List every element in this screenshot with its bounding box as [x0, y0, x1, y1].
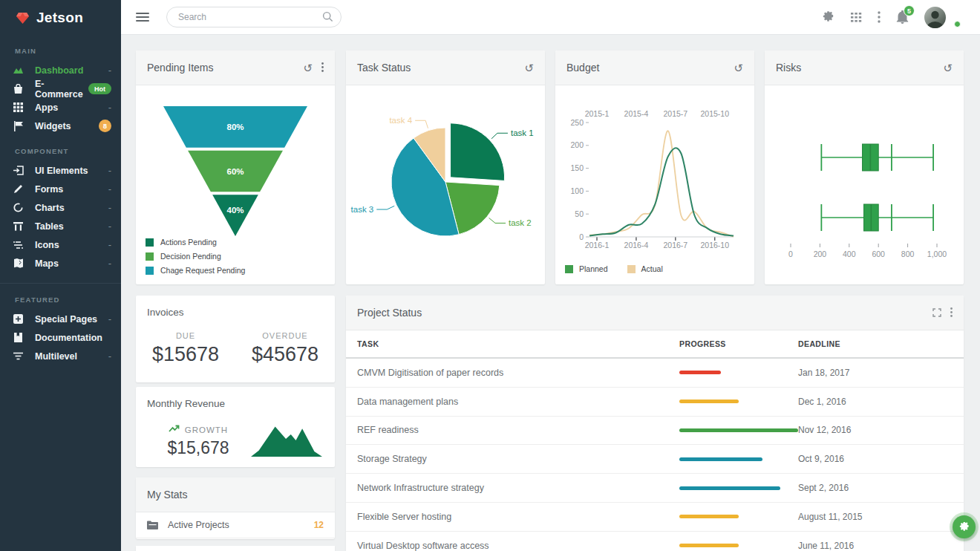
budget-legend: Planned Actual — [565, 264, 663, 273]
table-row[interactable]: Storage Strategy Oct 9, 2016 — [346, 445, 964, 474]
notification-badge: 5 — [904, 5, 915, 16]
sidebar-item-ui-elements[interactable]: UI Elements - — [0, 161, 121, 180]
pencil-icon — [13, 183, 24, 195]
sidebar: Jetson MAIN Dashboard - E-Commerce Hot A… — [0, 0, 121, 551]
area-chart-icon — [13, 65, 24, 76]
settings-fab[interactable] — [953, 515, 976, 538]
card-title: Monthly Revenue — [136, 387, 335, 409]
table-row[interactable]: Network Infrastructure strategy Sept 2, … — [346, 474, 964, 503]
search-input[interactable] — [166, 7, 342, 27]
expand-icon[interactable] — [932, 307, 941, 319]
growth-label: GROWTH — [185, 426, 228, 434]
filter-lines-icon — [13, 351, 24, 362]
topbar: 5 — [121, 0, 980, 35]
pie-chart[interactable]: task 1task 2task 3task 4 — [346, 85, 545, 284]
due-label: DUE — [136, 331, 235, 340]
svg-text:0: 0 — [788, 250, 793, 258]
sidebar-item-icons[interactable]: Icons - — [0, 235, 121, 254]
sidebar-item-widgets[interactable]: Widgets 8 — [0, 117, 121, 135]
card-title: Task Status — [357, 62, 411, 74]
sidebar-item-dashboard[interactable]: Dashboard - — [0, 61, 121, 79]
progress-bar — [679, 400, 798, 403]
map-icon — [13, 258, 24, 269]
refresh-icon[interactable]: ↺ — [303, 62, 313, 74]
collapse-caret: - — [108, 258, 111, 269]
collapse-caret: - — [108, 165, 111, 176]
sidebar-item-maps[interactable]: Maps - — [0, 254, 121, 273]
svg-text:60%: 60% — [226, 167, 244, 176]
table-row[interactable]: Virtual Desktop software access June 11,… — [346, 532, 964, 551]
overdue-value: $45678 — [235, 343, 335, 366]
svg-text:800: 800 — [901, 250, 915, 258]
project-status-header: Project Status — [346, 296, 964, 330]
monthly-revenue-card: Monthly Revenue GROWTH $15,678 — [136, 387, 335, 467]
brand-logo[interactable]: Jetson — [0, 0, 121, 35]
card-title: Pending Items — [147, 62, 214, 74]
my-stats-card: My Stats Active Projects 12 — [136, 477, 335, 539]
svg-text:2016-10: 2016-10 — [700, 241, 729, 250]
apps-grid-icon[interactable] — [851, 12, 862, 23]
funnel-chart[interactable]: 80%60%40% — [136, 91, 335, 236]
task-status-header: Task Status ↺ — [346, 50, 545, 85]
project-status-card: Project Status TASK PROGRESS DEADLINE CM… — [346, 296, 964, 551]
svg-text:task 2: task 2 — [509, 218, 532, 227]
svg-text:50: 50 — [575, 209, 584, 218]
bell-icon[interactable]: 5 — [896, 10, 909, 24]
kebab-menu-icon[interactable] — [878, 11, 881, 23]
kebab-menu-icon[interactable] — [950, 307, 953, 319]
revenue-sparkline — [249, 420, 324, 458]
invoices-card: Invoices DUE $15678 OVERDUE $45678 — [136, 296, 335, 382]
card-title: Risks — [776, 62, 801, 74]
task-status-card: Task Status ↺ task 1task 2task 3task 4 — [346, 50, 545, 284]
progress-bar — [679, 515, 798, 518]
column-task: TASK — [357, 339, 679, 348]
funnel-legend: Actions Pending Decision Pending Chage R… — [146, 238, 245, 280]
column-deadline: DEADLINE — [798, 339, 953, 348]
hamburger-menu-icon[interactable] — [136, 10, 149, 24]
refresh-icon[interactable]: ↺ — [734, 62, 743, 74]
progress-bar — [679, 486, 798, 490]
stat-label: Active Projects — [168, 520, 229, 530]
flag-icon — [13, 120, 24, 131]
svg-text:2015-10: 2015-10 — [700, 109, 729, 118]
table-icon — [13, 221, 24, 232]
collapse-caret: - — [108, 65, 111, 76]
search-icon[interactable] — [322, 11, 333, 25]
table-row[interactable]: REF readiness Nov 12, 2016 — [346, 417, 964, 446]
sidebar-item-documentation[interactable]: Documentation — [0, 328, 121, 347]
table-row[interactable]: Data management plans Dec 1, 2016 — [346, 388, 964, 417]
svg-text:2016-7: 2016-7 — [663, 241, 687, 250]
pending-items-header: Pending Items ↺ — [136, 50, 335, 85]
svg-text:200: 200 — [570, 140, 584, 149]
sidebar-item-ecommerce[interactable]: E-Commerce Hot — [0, 79, 121, 98]
collapse-caret: - — [108, 239, 111, 250]
refresh-icon[interactable]: ↺ — [524, 62, 534, 74]
risks-card: Risks ↺ 02004006008001,000 — [765, 50, 964, 284]
line-chart[interactable]: 0501001502002502015-12016-12015-42016-42… — [555, 85, 754, 260]
folder-icon — [147, 521, 158, 529]
gear-icon[interactable] — [822, 10, 835, 24]
sidebar-item-multilevel[interactable]: Multilevel - — [0, 347, 121, 365]
collapse-caret: - — [108, 351, 111, 362]
refresh-icon[interactable]: ↺ — [943, 62, 953, 74]
avatar[interactable] — [924, 7, 946, 28]
plus-square-icon — [13, 313, 24, 325]
table-row[interactable]: Flexible Server hosting August 11, 2015 — [346, 503, 964, 532]
sidebar-item-special-pages[interactable]: Special Pages - — [0, 310, 121, 328]
svg-text:2015-4: 2015-4 — [624, 109, 649, 118]
revenue-value: $15,678 — [147, 438, 249, 458]
svg-text:2015-1: 2015-1 — [585, 109, 610, 118]
sidebar-item-forms[interactable]: Forms - — [0, 180, 121, 198]
kebab-menu-icon[interactable] — [321, 62, 324, 74]
brand-name: Jetson — [36, 10, 83, 26]
sidebar-item-apps[interactable]: Apps - — [0, 98, 121, 117]
sidebar-item-tables[interactable]: Tables - — [0, 217, 121, 235]
book-icon — [13, 332, 24, 343]
stat-row-active-projects[interactable]: Active Projects 12 — [136, 512, 335, 538]
svg-text:100: 100 — [570, 186, 584, 195]
invoices-overdue: OVERDUE $45678 — [235, 331, 335, 366]
boxplot-chart[interactable]: 02004006008001,000 — [765, 85, 964, 284]
shopping-bag-icon — [13, 83, 24, 94]
sidebar-item-charts[interactable]: Charts - — [0, 198, 121, 217]
table-row[interactable]: CMVM Digitisation of paper records Jan 1… — [346, 359, 964, 388]
